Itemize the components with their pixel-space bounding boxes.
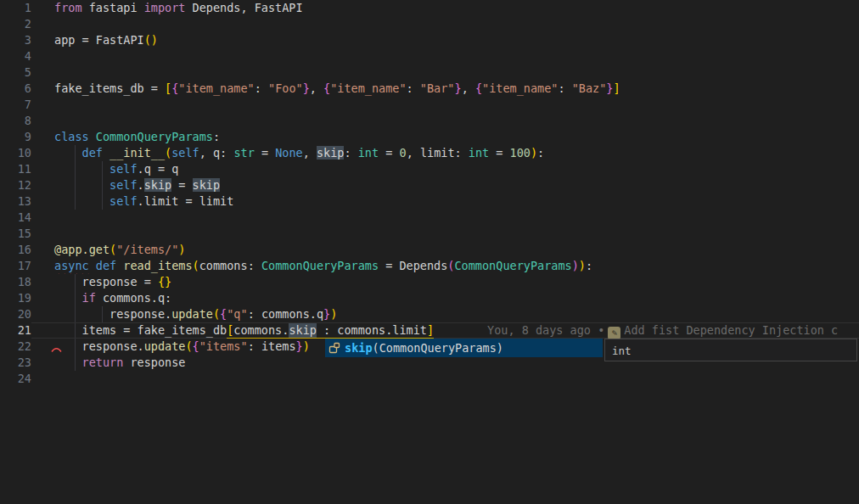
line-number[interactable]: 5: [0, 64, 31, 81]
code-token: return: [82, 356, 124, 369]
code-line-content[interactable]: self.q = q: [31, 161, 859, 177]
code-token: commons:: [199, 259, 261, 272]
line-number[interactable]: 13: [0, 193, 31, 210]
code-line[interactable]: 9class CommonQueryParams:: [0, 129, 859, 145]
code-line[interactable]: 1from fastapi import Depends, FastAPI: [0, 0, 859, 16]
code-line[interactable]: 2: [0, 16, 859, 32]
code-token: __init__: [109, 146, 165, 160]
line-number[interactable]: 14: [0, 210, 31, 226]
code-token: skip: [317, 146, 345, 160]
code-line[interactable]: 17async def read_items(commons: CommonQu…: [0, 258, 859, 274]
line-number[interactable]: 20: [0, 306, 31, 322]
code-line[interactable]: 12 self.skip = skip: [0, 177, 859, 193]
code-line-content[interactable]: [31, 48, 859, 64]
suggest-detail: (CommonQueryParams): [373, 340, 503, 356]
code-line[interactable]: 21 items = fake_items_db[commons.skip : …: [0, 322, 859, 339]
vscode-editor[interactable]: 1from fastapi import Depends, FastAPI23a…: [0, 0, 859, 504]
code-line-content[interactable]: [31, 97, 859, 113]
code-line-content[interactable]: [31, 210, 859, 226]
line-number[interactable]: 22: [0, 339, 31, 355]
code-token: .limit = limit: [138, 194, 234, 208]
code-line[interactable]: 8: [0, 113, 859, 129]
code-line[interactable]: 13 self.limit = limit: [0, 193, 859, 210]
code-token: }: [606, 81, 613, 95]
code-line[interactable]: 15: [0, 226, 859, 242]
line-number[interactable]: 10: [0, 145, 31, 161]
code-token: "item_name": [482, 81, 558, 95]
code-token: ): [531, 146, 537, 160]
code-token: fastapi: [82, 1, 144, 14]
code-line[interactable]: 7: [0, 97, 859, 113]
code-token: [54, 194, 109, 208]
code-line[interactable]: 19 if commons.q:: [0, 290, 859, 306]
suggest-widget-item[interactable]: skip (CommonQueryParams): [325, 339, 603, 357]
code-line-content[interactable]: [31, 64, 859, 81]
code-line-content[interactable]: from fastapi import Depends, FastAPI: [31, 0, 859, 16]
code-token: :: [558, 81, 571, 95]
line-number[interactable]: 3: [0, 32, 31, 48]
code-token: :: [407, 81, 420, 95]
line-number[interactable]: 9: [0, 129, 31, 145]
code-line-content[interactable]: [31, 371, 859, 387]
line-number[interactable]: 21: [0, 322, 31, 339]
code-line-content[interactable]: if commons.q:: [31, 290, 859, 306]
line-number[interactable]: 7: [0, 97, 31, 113]
code-line[interactable]: 5: [0, 64, 859, 81]
code-token: @app.get: [54, 243, 109, 256]
code-line[interactable]: 20 response.update({"q": commons.q}): [0, 306, 859, 322]
line-number[interactable]: 17: [0, 258, 31, 274]
code-line[interactable]: 11 self.q = q: [0, 161, 859, 177]
code-line[interactable]: 18 response = {}: [0, 274, 859, 290]
code-line-content[interactable]: @app.get("/items/"): [31, 242, 859, 258]
code-token: commons.q:: [96, 291, 171, 305]
code-line[interactable]: 14: [0, 210, 859, 226]
code-token: if: [82, 291, 96, 305]
code-line[interactable]: 6fake_items_db = [{"item_name": "Foo"}, …: [0, 81, 859, 97]
line-number[interactable]: 2: [0, 16, 31, 32]
line-number[interactable]: 24: [0, 371, 31, 387]
code-line-content[interactable]: class CommonQueryParams:: [31, 129, 859, 145]
code-token: {: [193, 339, 199, 353]
line-number[interactable]: 19: [0, 290, 31, 306]
code-token: [: [165, 81, 171, 95]
line-number[interactable]: 6: [0, 81, 31, 97]
line-number[interactable]: 23: [0, 355, 31, 371]
code-token: skip: [289, 323, 317, 339]
code-line-content[interactable]: [31, 113, 859, 129]
code-token: (): [144, 33, 158, 47]
line-number[interactable]: 4: [0, 48, 31, 64]
code-token: def: [82, 146, 103, 160]
code-token: update: [144, 339, 186, 353]
code-token: "q": [227, 307, 247, 321]
line-number[interactable]: 16: [0, 242, 31, 258]
code-line-content[interactable]: self.limit = limit: [31, 193, 859, 210]
code-lines[interactable]: 1from fastapi import Depends, FastAPI23a…: [0, 0, 859, 387]
code-token: CommonQueryParams: [261, 259, 379, 272]
code-token: 100: [510, 146, 531, 160]
code-token: int: [469, 146, 489, 160]
code-line-content[interactable]: def __init__(self, q: str = None, skip: …: [31, 145, 859, 161]
code-line-content[interactable]: [31, 16, 859, 32]
code-token: "/items/": [116, 243, 178, 256]
code-line[interactable]: 24: [0, 371, 859, 387]
inline-blame[interactable]: You, 8 days ago •✎Add fist Dependency In…: [487, 323, 838, 337]
code-line-content[interactable]: [31, 226, 859, 242]
line-number[interactable]: 18: [0, 274, 31, 290]
line-number[interactable]: 8: [0, 113, 31, 129]
code-line-content[interactable]: self.skip = skip: [31, 177, 859, 193]
code-line[interactable]: 3app = FastAPI(): [0, 32, 859, 48]
code-line[interactable]: 4: [0, 48, 859, 64]
code-line-content[interactable]: async def read_items(commons: CommonQuer…: [31, 258, 859, 274]
code-line-content[interactable]: app = FastAPI(): [31, 32, 859, 48]
code-line-content[interactable]: items = fake_items_db[commons.skip : com…: [31, 322, 859, 339]
line-number[interactable]: 15: [0, 226, 31, 242]
code-line-content[interactable]: response.update({"q": commons.q}): [31, 306, 859, 322]
line-number[interactable]: 11: [0, 161, 31, 177]
code-line-content[interactable]: response = {}: [31, 274, 859, 290]
code-line[interactable]: 16@app.get("/items/"): [0, 242, 859, 258]
code-token: =: [379, 146, 399, 160]
code-line-content[interactable]: fake_items_db = [{"item_name": "Foo"}, {…: [31, 81, 859, 97]
code-line[interactable]: 10 def __init__(self, q: str = None, ski…: [0, 145, 859, 161]
line-number[interactable]: 1: [0, 0, 31, 16]
line-number[interactable]: 12: [0, 177, 31, 193]
